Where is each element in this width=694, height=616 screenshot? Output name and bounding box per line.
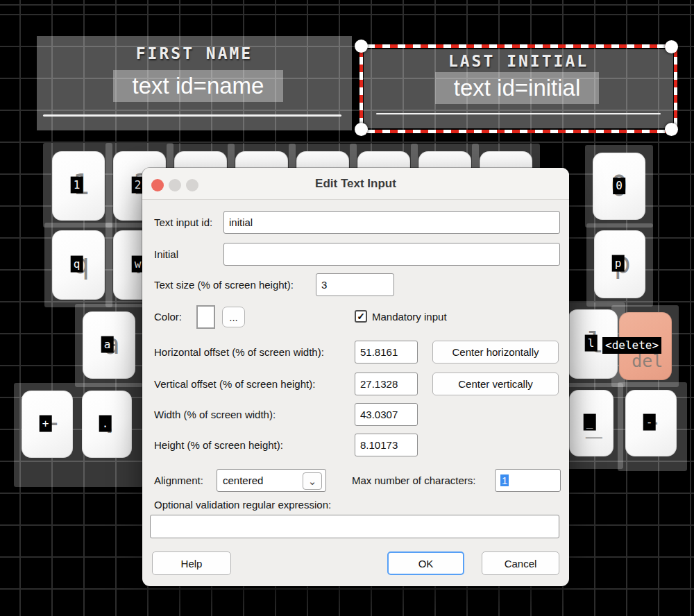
key-1[interactable]: 1 1: [52, 151, 105, 221]
height-field[interactable]: [355, 434, 418, 456]
key-id-badge: p: [612, 255, 625, 272]
minimize-icon[interactable]: [169, 179, 181, 191]
max-chars-label: Max number of characters:: [352, 474, 475, 486]
field-id-text: text id=initial: [435, 72, 599, 104]
initial-label: Initial: [154, 248, 178, 260]
resize-handle-top-right[interactable]: [665, 40, 678, 53]
mandatory-checkbox[interactable]: ✓: [355, 310, 367, 323]
field-label: LAST INITIAL: [364, 52, 673, 70]
text-size-label: Text size (% of screen height):: [154, 279, 294, 291]
key-id-badge: 0: [613, 178, 625, 194]
field-label: FIRST NAME: [37, 44, 352, 62]
key-underscore[interactable]: _ _: [569, 390, 613, 456]
alignment-value: centered: [223, 474, 263, 486]
color-swatch[interactable]: [196, 305, 215, 329]
field-underline: [43, 114, 341, 117]
key-id-badge: q: [71, 256, 83, 273]
key-glyph: del: [632, 352, 663, 370]
key-id-badge: l: [585, 335, 598, 352]
width-field[interactable]: [355, 403, 418, 426]
center-vertically-button[interactable]: Center vertically: [432, 373, 559, 395]
max-chars-field[interactable]: 1: [495, 469, 561, 492]
width-label: Width (% of screen width):: [154, 409, 276, 420]
selection-border-right: [674, 44, 677, 133]
key-0[interactable]: 0 0: [593, 153, 645, 220]
field-underline: [376, 113, 661, 114]
key-q[interactable]: q q: [52, 230, 105, 300]
cancel-button[interactable]: Cancel: [482, 551, 559, 575]
key-delete[interactable]: <delete> del: [619, 312, 672, 380]
selected-text: 1: [500, 474, 509, 486]
regex-field[interactable]: [150, 515, 559, 538]
vertical-offset-label: Vertical offset (% of screen height):: [154, 378, 315, 390]
edit-text-input-dialog: Edit Text Input Text input id: Initial T…: [142, 168, 569, 586]
text-input-widget-initial[interactable]: LAST INITIAL text id=initial: [364, 49, 673, 128]
text-input-id-field[interactable]: [223, 211, 560, 234]
height-label: Height (% of screen height):: [154, 439, 283, 451]
ok-button[interactable]: OK: [387, 551, 464, 575]
color-label: Color:: [154, 311, 182, 323]
key-p[interactable]: p p: [594, 230, 645, 298]
close-icon[interactable]: [151, 179, 164, 191]
key-minus[interactable]: - -: [625, 390, 677, 456]
resize-handle-top-left[interactable]: [355, 40, 368, 53]
help-button[interactable]: Help: [152, 551, 231, 575]
horizontal-offset-field[interactable]: [355, 341, 418, 363]
selection-border-bottom: [359, 130, 677, 133]
resize-handle-bottom-right[interactable]: [665, 123, 678, 136]
key-period[interactable]: . .: [82, 391, 132, 458]
dialog-title: Edit Text Input: [142, 168, 569, 199]
horizontal-offset-label: Horizontal offset (% of screen width):: [154, 346, 324, 358]
selection-border-top: [359, 44, 677, 48]
key-id-badge: +: [40, 415, 52, 431]
key-a[interactable]: a a: [83, 311, 135, 379]
dialog-titlebar[interactable]: Edit Text Input: [142, 168, 569, 200]
zoom-icon[interactable]: [186, 179, 198, 191]
key-id-badge: _: [584, 414, 596, 431]
text-input-widget-name[interactable]: FIRST NAME text id=name: [37, 36, 352, 130]
alignment-select[interactable]: centered ⌄: [217, 469, 326, 492]
color-browse-button[interactable]: ...: [222, 307, 245, 327]
key-plus[interactable]: + +: [22, 391, 73, 458]
key-id-badge: 1: [71, 177, 83, 194]
chevron-down-icon[interactable]: ⌄: [303, 472, 322, 490]
vertical-offset-field[interactable]: [355, 373, 418, 395]
selection-border-left: [359, 44, 363, 133]
key-id-badge: a: [101, 336, 114, 352]
regex-label: Optional validation regular expression:: [154, 499, 331, 511]
mandatory-label: Mandatory input: [372, 311, 447, 323]
field-id-text: text id=name: [113, 70, 283, 102]
key-id-badge: .: [99, 415, 112, 431]
resize-handle-bottom-left[interactable]: [355, 123, 368, 136]
text-input-id-label: Text input id:: [154, 216, 212, 228]
key-id-badge: -: [643, 414, 656, 431]
check-icon: ✓: [357, 311, 365, 322]
text-size-field[interactable]: [316, 273, 394, 296]
initial-field[interactable]: [223, 243, 560, 266]
ui-editor-canvas: 1 1 2 2 0 0 q q w w p p a a l l <delete>…: [0, 0, 694, 616]
center-horizontally-button[interactable]: Center horizontally: [432, 341, 559, 363]
alignment-label: Alignment:: [154, 474, 203, 486]
